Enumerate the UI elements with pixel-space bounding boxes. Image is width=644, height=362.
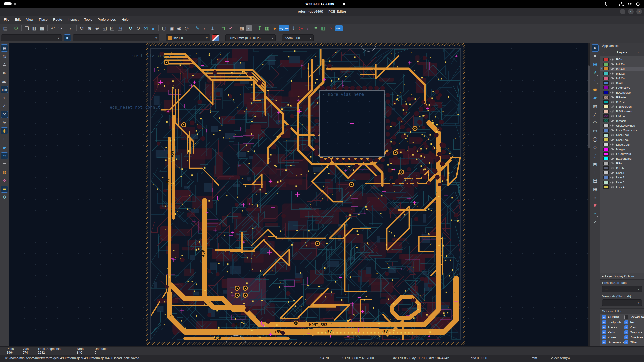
maximize-button[interactable]: ▫ bbox=[628, 9, 634, 14]
tab-next-icon[interactable]: › bbox=[637, 50, 641, 54]
filter-all-items[interactable]: ✓ All items bbox=[602, 315, 624, 319]
circle-tool-icon[interactable]: ◯ bbox=[592, 136, 599, 143]
edit-footprint-icon[interactable]: ✎ bbox=[194, 25, 201, 32]
checkbox-checked-icon[interactable]: ✓ bbox=[624, 320, 628, 324]
presets-select[interactable]: --- ∨ bbox=[602, 286, 642, 292]
refresh-icon[interactable]: ⟳ bbox=[78, 25, 86, 32]
find-icon[interactable]: ⌕ bbox=[68, 25, 75, 32]
filter-locked-items[interactable]: Locked items bbox=[624, 315, 644, 319]
menu-file[interactable]: File bbox=[1, 16, 12, 24]
eye-icon[interactable] bbox=[610, 86, 615, 89]
filter-graphics[interactable]: ✓ Graphics bbox=[624, 330, 644, 334]
checkbox-checked-icon[interactable]: ✓ bbox=[602, 315, 606, 319]
filter-text[interactable]: ✓ Text bbox=[624, 320, 644, 324]
layer-color-swatch[interactable] bbox=[603, 124, 609, 127]
net-map-icon[interactable]: ▨ bbox=[238, 25, 245, 32]
menu-route[interactable]: Route bbox=[50, 16, 65, 24]
layer-select[interactable]: In2.Cu ∨ bbox=[166, 34, 210, 41]
zoom-selection-icon[interactable]: ◳ bbox=[116, 25, 123, 32]
highlight-nets-icon[interactable]: ◉ bbox=[1, 127, 8, 134]
eye-slash-icon[interactable] bbox=[610, 166, 615, 170]
page-settings-icon[interactable]: ❏ bbox=[23, 25, 30, 32]
eye-icon[interactable] bbox=[610, 181, 615, 184]
layer-row-b.cu[interactable]: B.Cu bbox=[600, 81, 644, 85]
rotate-ccw-icon[interactable]: ↺ bbox=[127, 25, 134, 32]
tab-layers[interactable]: Layers bbox=[607, 50, 637, 54]
layer-color-swatch[interactable] bbox=[603, 110, 609, 113]
eye-icon[interactable] bbox=[610, 138, 615, 141]
layer-color-swatch[interactable] bbox=[603, 63, 609, 66]
layer-row-in3.cu[interactable]: In3.Cu bbox=[600, 71, 644, 76]
eye-icon[interactable] bbox=[610, 100, 615, 104]
layer-color-swatch[interactable] bbox=[603, 129, 609, 132]
layer-row-in4.cu[interactable]: In4.Cu bbox=[600, 76, 644, 81]
via-tool-icon[interactable]: ◉ bbox=[592, 86, 599, 93]
line-tool-icon[interactable]: ╱ bbox=[592, 111, 599, 118]
lock-icon[interactable]: ◉ bbox=[176, 25, 183, 32]
eye-icon[interactable] bbox=[610, 124, 615, 127]
mirror-icon[interactable]: ⋈ bbox=[142, 25, 149, 32]
layer-row-in2.cu[interactable]: ▶ In2.Cu bbox=[600, 67, 644, 71]
board-tools-icon[interactable]: ⚙ bbox=[1, 194, 8, 201]
via-outline-icon[interactable]: ✛ bbox=[1, 177, 8, 184]
layer-row-user.1[interactable]: User.1 bbox=[600, 170, 644, 175]
layer-row-f.mask[interactable]: F.Mask bbox=[600, 114, 644, 119]
eye-slash-icon[interactable] bbox=[610, 110, 615, 113]
auto-track-width-toggle[interactable]: = bbox=[64, 34, 71, 41]
layer-row-user.4[interactable]: User.4 bbox=[600, 185, 644, 190]
zone-tool-icon[interactable]: ▰ bbox=[592, 94, 599, 101]
search-footprints-icon[interactable]: ⌕ bbox=[202, 25, 209, 32]
print-icon[interactable]: ▥ bbox=[31, 25, 38, 32]
pad-outline-icon[interactable]: ◍ bbox=[1, 169, 8, 176]
workspace-dot[interactable] bbox=[14, 3, 16, 5]
layer-row-user.eco1[interactable]: User.Eco1 bbox=[600, 133, 644, 138]
rectangle-tool-icon[interactable]: ▭ bbox=[592, 127, 599, 134]
net-names-icon[interactable]: ⌗ bbox=[1, 136, 8, 143]
power-icon[interactable] bbox=[635, 1, 640, 6]
zone-outline-icon[interactable]: ▱ bbox=[1, 152, 8, 159]
layer-pair-indicator[interactable] bbox=[212, 34, 219, 41]
checkbox-checked-icon[interactable]: ✓ bbox=[624, 340, 628, 344]
menu-inspect[interactable]: Inspect bbox=[65, 16, 82, 24]
menu-place[interactable]: Place bbox=[36, 16, 50, 24]
layer-color-swatch[interactable] bbox=[603, 148, 609, 151]
dimension-tool-icon[interactable]: ↔ bbox=[592, 194, 599, 201]
group-icon[interactable]: ▢ bbox=[160, 25, 168, 32]
layer-row-user.2[interactable]: User.2 bbox=[600, 175, 644, 180]
plugin-blender-icon[interactable]: ● bbox=[271, 25, 278, 32]
layer-row-b.adhesive[interactable]: B.Adhesive bbox=[600, 90, 644, 95]
image-tool-icon[interactable]: ▣ bbox=[592, 161, 599, 168]
plugin-bom-icon[interactable]: ▦ bbox=[264, 25, 271, 32]
menu-edit[interactable]: Edit bbox=[12, 16, 23, 24]
layer-row-user.drawings[interactable]: User.Drawings bbox=[600, 123, 644, 128]
eye-icon[interactable] bbox=[610, 129, 615, 132]
layer-row-b.silkscreen[interactable]: B.Silkscreen bbox=[600, 109, 644, 114]
zoom-objects-icon[interactable]: ◰ bbox=[109, 25, 116, 32]
layer-color-swatch[interactable] bbox=[603, 152, 609, 156]
measure-tool-icon[interactable]: ⊿ bbox=[592, 219, 599, 226]
layer-color-swatch[interactable] bbox=[603, 181, 609, 184]
menu-view[interactable]: View bbox=[23, 16, 36, 24]
layer-color-swatch[interactable] bbox=[603, 58, 609, 61]
scripting-console-icon[interactable]: >_ bbox=[246, 25, 252, 31]
layer-color-swatch[interactable] bbox=[603, 162, 609, 165]
eye-icon[interactable] bbox=[610, 58, 615, 61]
menu-preferences[interactable]: Preferences bbox=[95, 16, 119, 24]
flip-board-icon[interactable]: ▲ bbox=[150, 25, 157, 32]
layer-display-options[interactable]: ▸ Layer Display Options bbox=[600, 273, 644, 280]
grid-show-icon[interactable]: ▦ bbox=[1, 44, 8, 52]
polar-coords-icon[interactable]: ∠ bbox=[1, 61, 8, 68]
units-inches-icon[interactable]: in bbox=[1, 69, 8, 76]
plugin-target-icon[interactable]: ◎ bbox=[297, 25, 304, 32]
route-track-tool-icon[interactable]: ↱ bbox=[592, 69, 599, 76]
filter-zones[interactable]: ✓ Zones bbox=[602, 335, 624, 339]
layer-color-swatch[interactable] bbox=[603, 176, 609, 179]
tune-length-tool-icon[interactable]: ∿ bbox=[592, 78, 599, 85]
zoom-in-icon[interactable]: ⊕ bbox=[86, 25, 93, 32]
text-tool-icon[interactable]: T bbox=[592, 169, 599, 176]
eye-icon[interactable] bbox=[610, 81, 615, 85]
footprint-tool-icon[interactable]: ▦ bbox=[592, 61, 599, 68]
checkbox-checked-icon[interactable]: ✓ bbox=[602, 325, 606, 329]
layer-color-swatch[interactable] bbox=[603, 77, 609, 80]
footprint-outline-icon[interactable]: ▭ bbox=[1, 161, 8, 168]
